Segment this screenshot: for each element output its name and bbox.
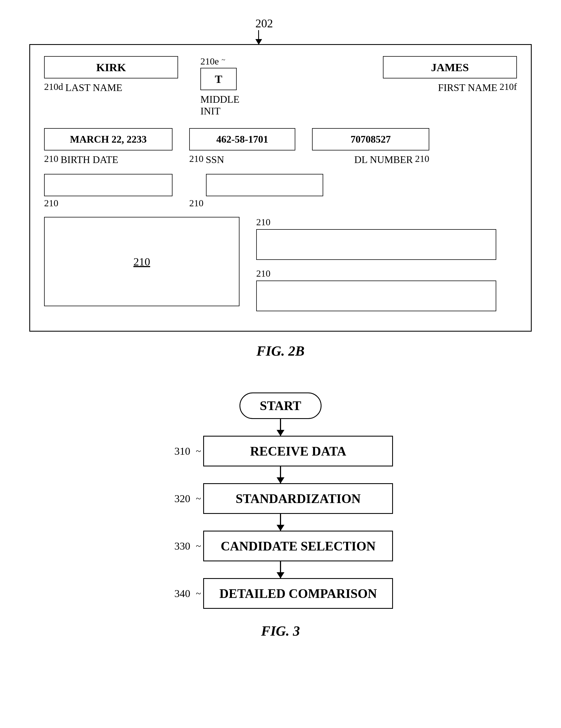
ref-210-rb: 210 <box>256 268 270 279</box>
middle-init-label-area: MIDDLE INIT <box>200 92 256 117</box>
ref-320: 320 <box>168 492 190 505</box>
ref-tilde: ~ <box>222 56 225 64</box>
ref-210d: 210d <box>44 82 63 92</box>
ref-330: 330 <box>168 540 190 552</box>
flow-row-310: 310 ~ RECEIVE DATA <box>168 436 393 466</box>
flow-row-320: 320 ~ STANDARDIZATION <box>168 483 393 514</box>
last-name-input[interactable]: KIRK <box>44 56 178 78</box>
flow-box-320: STANDARDIZATION <box>203 483 393 514</box>
flowchart: START 310 ~ RECEIVE DATA 320 ~ STANDARDI… <box>168 392 393 609</box>
right-field-bot[interactable] <box>256 281 496 311</box>
flow-box-310: RECEIVE DATA <box>203 436 393 466</box>
fig2b-top-ref-container: 202 <box>29 17 532 44</box>
ref-202-container: 202 <box>255 17 273 44</box>
birth-date-label-area: 210 BIRTH DATE <box>44 152 172 166</box>
ref-210e: 210e <box>200 56 219 67</box>
ref-210-birth: 210 <box>44 154 58 164</box>
first-name-input[interactable]: JAMES <box>383 56 517 78</box>
birth-date-input[interactable]: MARCH 22, 2233 <box>44 128 172 150</box>
first-name-label: FIRST NAME <box>438 82 497 94</box>
ref-210-rt: 210 <box>256 217 270 227</box>
form-outer-box: KIRK 210d LAST NAME 210e ~ T <box>29 44 532 332</box>
tilde-330: ~ <box>196 541 201 551</box>
fig3-section: START 310 ~ RECEIVE DATA 320 ~ STANDARDI… <box>22 392 539 639</box>
form-row-2: MARCH 22, 2233 210 BIRTH DATE 462-58-170… <box>44 128 517 166</box>
right-field-top[interactable] <box>256 229 496 260</box>
big-field-ref: 210 <box>133 255 150 268</box>
arrow-320-to-330 <box>280 514 281 531</box>
ref-210-ssn: 210 <box>189 154 203 164</box>
fig2b-section: 202 KIRK 210d LAST NAME <box>22 17 539 359</box>
ssn-input[interactable]: 462-58-1701 <box>189 128 295 150</box>
first-name-label-area: FIRST NAME 210f <box>383 80 517 94</box>
ref-340: 340 <box>168 587 190 600</box>
form-row-4: 210 210 210 <box>44 217 517 311</box>
ref-310: 310 <box>168 445 190 457</box>
last-name-label-area: 210d LAST NAME <box>44 80 178 94</box>
ssn-label: SSN <box>206 154 224 166</box>
big-field[interactable]: 210 <box>44 217 239 306</box>
flow-start-node: START <box>239 392 322 419</box>
dl-number-label: DL NUMBER <box>354 154 413 166</box>
middle-init-label: MIDDLE INIT <box>200 94 256 117</box>
arrow-330-to-340 <box>280 561 281 578</box>
ref-210-e1: 210 <box>44 198 58 209</box>
page-container: 202 KIRK 210d LAST NAME <box>0 0 561 728</box>
ref-202: 202 <box>255 17 273 30</box>
last-name-label: LAST NAME <box>65 82 122 94</box>
tilde-320: ~ <box>196 493 201 504</box>
arrow-202 <box>258 30 259 44</box>
fig2b-caption: FIG. 2B <box>256 343 305 359</box>
right-boxes: 210 210 <box>256 217 496 311</box>
arrow-310-to-320 <box>280 466 281 483</box>
flow-row-340: 340 ~ DETAILED COMPARISON <box>168 578 393 609</box>
empty-field-1[interactable] <box>44 174 172 196</box>
form-row-3: 210 210 <box>44 174 517 209</box>
arrow-start-to-310 <box>280 419 281 436</box>
ref-210-e2: 210 <box>189 198 203 209</box>
middle-init-input[interactable]: T <box>200 68 237 90</box>
flow-box-340: DETAILED COMPARISON <box>203 578 393 609</box>
flow-box-330: CANDIDATE SELECTION <box>203 531 393 561</box>
flow-row-330: 330 ~ CANDIDATE SELECTION <box>168 531 393 561</box>
fig3-caption: FIG. 3 <box>261 623 300 639</box>
empty-field-2[interactable] <box>206 174 323 196</box>
form-row-1: KIRK 210d LAST NAME 210e ~ T <box>44 56 517 117</box>
tilde-340: ~ <box>196 588 201 599</box>
ref-210-dl: 210 <box>415 154 429 164</box>
ref-210f: 210f <box>500 82 517 92</box>
dl-number-input[interactable]: 70708527 <box>312 128 429 150</box>
ssn-label-area: 210 SSN <box>189 152 295 166</box>
tilde-310: ~ <box>196 446 201 456</box>
birth-date-label: BIRTH DATE <box>61 154 118 166</box>
